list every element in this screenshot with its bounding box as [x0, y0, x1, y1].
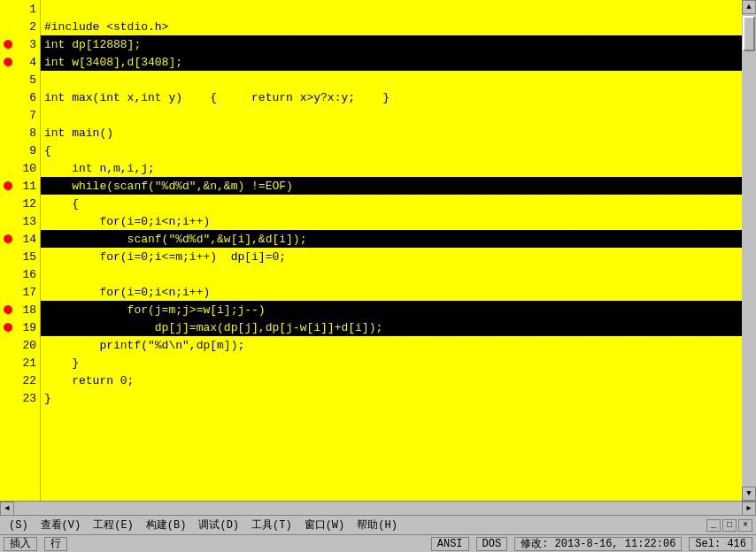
line-number: 16: [16, 265, 40, 283]
code-line[interactable]: for(i=0;i<n;i++): [41, 283, 742, 301]
code-line[interactable]: int w[3408],d[3408];: [41, 53, 742, 71]
code-line[interactable]: [41, 265, 742, 283]
code-line[interactable]: [41, 106, 742, 124]
maximize-button[interactable]: □: [722, 519, 737, 532]
menu-item[interactable]: 调试(D): [193, 516, 244, 534]
code-line[interactable]: dp[j]=max(dp[j],dp[j-w[i]]+d[i]);: [41, 318, 742, 336]
menu-item[interactable]: 工具(T): [246, 516, 297, 534]
code-line[interactable]: [41, 0, 742, 18]
line-number: 21: [16, 354, 40, 372]
code-line[interactable]: printf("%d\n",dp[m]);: [41, 336, 742, 354]
line-number: 18: [16, 301, 40, 318]
menu-item[interactable]: (S): [4, 518, 34, 533]
menu-item[interactable]: 构建(B): [141, 516, 192, 534]
line-number: 5: [16, 71, 40, 88]
gutter-row: [0, 389, 16, 407]
gutter-row: [0, 283, 16, 301]
gutter-row: [0, 336, 16, 354]
gutter-row: [0, 301, 16, 318]
line-number: 8: [16, 124, 40, 142]
scroll-thumb-vertical[interactable]: [743, 16, 755, 51]
code-line[interactable]: #include <stdio.h>: [41, 18, 742, 35]
selection-indicator: Sel: 416: [689, 537, 752, 551]
line-number: 13: [16, 212, 40, 230]
editor-area: 1234567891011121314151617181920212223 #i…: [0, 0, 756, 501]
gutter-row: [0, 124, 16, 142]
gutter-row: [0, 88, 16, 106]
line-number: 20: [16, 336, 40, 354]
minimize-button[interactable]: _: [706, 519, 721, 532]
code-line[interactable]: for(i=0;i<n;i++): [41, 212, 742, 230]
code-line[interactable]: int n,m,i,j;: [41, 159, 742, 177]
gutter-row: [0, 372, 16, 389]
gutter-row: [0, 71, 16, 88]
gutter-row: [0, 159, 16, 177]
vertical-scrollbar[interactable]: ▲ ▼: [742, 0, 756, 501]
menu-item[interactable]: 窗口(W): [299, 516, 351, 534]
breakpoint-dot[interactable]: [4, 181, 12, 190]
line-number: 17: [16, 283, 40, 301]
code-line[interactable]: return 0;: [41, 372, 742, 389]
line-number: 22: [16, 372, 40, 389]
insert-mode-indicator: 插入: [4, 537, 37, 551]
scroll-down-button[interactable]: ▼: [742, 487, 756, 501]
encoding-indicator: ANSI: [431, 537, 469, 551]
menu-item[interactable]: 查看(V): [35, 516, 87, 534]
code-content[interactable]: #include <stdio.h>int dp[12888];int w[34…: [41, 0, 742, 501]
line-unit-indicator: 行: [44, 537, 67, 551]
gutter-row: [0, 142, 16, 159]
gutter-row: [0, 265, 16, 283]
breakpoint-dot[interactable]: [4, 323, 12, 332]
line-numbers: 1234567891011121314151617181920212223: [16, 0, 41, 501]
breakpoint-dot[interactable]: [4, 58, 12, 66]
code-line[interactable]: }: [41, 354, 742, 372]
line-number: 10: [16, 159, 40, 177]
code-line[interactable]: int main(): [41, 124, 742, 142]
line-number: 1: [16, 0, 40, 18]
gutter-row: [0, 212, 16, 230]
scroll-left-button[interactable]: ◄: [0, 502, 14, 516]
gutter-row: [0, 248, 16, 265]
code-line[interactable]: for(j=m;j>=w[i];j--): [41, 301, 742, 318]
breakpoint-dot[interactable]: [4, 305, 12, 314]
gutter-row: [0, 230, 16, 248]
line-number: 4: [16, 53, 40, 71]
line-number: 12: [16, 195, 40, 212]
scroll-track-vertical[interactable]: [742, 14, 756, 487]
gutter-row: [0, 354, 16, 372]
gutter-row: [0, 318, 16, 336]
horizontal-scrollbar[interactable]: ◄ ►: [0, 501, 756, 515]
scroll-right-button[interactable]: ►: [742, 502, 756, 516]
format-indicator: DOS: [476, 537, 508, 551]
code-line[interactable]: while(scanf("%d%d",&n,&m) !=EOF): [41, 177, 742, 195]
line-number: 23: [16, 389, 40, 407]
gutter-row: [0, 18, 16, 35]
close-button[interactable]: ×: [738, 519, 752, 532]
code-line[interactable]: int max(int x,int y) { return x>y?x:y; }: [41, 88, 742, 106]
menu-bar: (S)查看(V)工程(E)构建(B)调试(D)工具(T)窗口(W)帮助(H) _…: [0, 515, 756, 534]
code-line[interactable]: {: [41, 195, 742, 212]
code-line[interactable]: }: [41, 389, 742, 407]
gutter-row: [0, 0, 16, 18]
line-number: 19: [16, 318, 40, 336]
code-line[interactable]: {: [41, 142, 742, 159]
gutter-row: [0, 177, 16, 195]
line-number: 7: [16, 106, 40, 124]
code-line[interactable]: scanf("%d%d",&w[i],&d[i]);: [41, 230, 742, 248]
menu-item[interactable]: 帮助(H): [351, 516, 403, 534]
scroll-up-button[interactable]: ▲: [742, 0, 756, 14]
menu-item[interactable]: 工程(E): [88, 516, 139, 534]
code-line[interactable]: [41, 71, 742, 88]
gutter-row: [0, 35, 16, 53]
line-number: 15: [16, 248, 40, 265]
code-line[interactable]: for(i=0;i<=m;i++) dp[i]=0;: [41, 248, 742, 265]
breakpoint-dot[interactable]: [4, 40, 12, 49]
code-line[interactable]: int dp[12888];: [41, 35, 742, 53]
breakpoint-dot[interactable]: [4, 234, 12, 243]
line-number: 9: [16, 142, 40, 159]
line-number: 11: [16, 177, 40, 195]
gutter-row: [0, 195, 16, 212]
breakpoint-gutter: [0, 0, 16, 501]
gutter-row: [0, 53, 16, 71]
line-number: 2: [16, 18, 40, 35]
